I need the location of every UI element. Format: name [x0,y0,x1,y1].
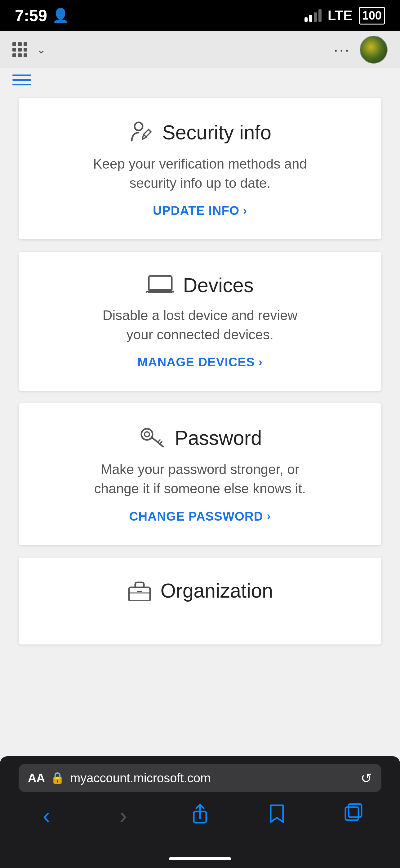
svg-point-0 [135,122,143,130]
chevron-right-icon: › [259,356,263,369]
browser-chrome-top: ⌄ ··· [0,31,400,68]
organization-card: Organization [19,558,381,645]
change-password-link[interactable]: CHANGE PASSWORD › [129,509,271,523]
signal-strength [304,9,322,22]
devices-card: Devices Disable a lost device and review… [19,252,381,391]
password-icon [138,425,166,451]
security-info-title: Security info [162,121,271,144]
card-header-devices: Devices [146,274,254,297]
organization-title: Organization [161,579,273,602]
browser-nav-bar: ‹ › [0,800,400,849]
password-title: Password [175,427,262,450]
main-content: Security info Keep your verification met… [0,92,400,756]
svg-line-8 [159,442,162,444]
svg-rect-1 [149,276,172,291]
hamburger-bar [0,68,400,92]
svg-line-7 [158,440,160,442]
svg-rect-15 [348,804,362,817]
chevron-down-icon: ⌄ [37,43,46,56]
devices-icon [146,274,174,297]
more-options-button[interactable]: ··· [334,41,351,59]
user-avatar[interactable] [360,36,388,64]
card-header-security: Security info [129,120,271,146]
address-bar[interactable]: AA 🔒 myaccount.microsoft.com ↺ [19,764,381,792]
security-info-description: Keep your verification methods and secur… [92,154,308,192]
svg-point-4 [141,429,153,440]
hamburger-menu-button[interactable] [12,74,31,85]
org-icon [127,579,152,602]
password-description: Make your password stronger, or change i… [92,460,308,498]
devices-description: Disable a lost device and review your co… [92,306,308,344]
battery-indicator: 100 [359,7,385,25]
user-icon: 👤 [52,7,69,24]
browser-address-bar-container: AA 🔒 myaccount.microsoft.com ↺ [0,756,400,800]
chevron-right-icon: › [267,510,271,523]
url-display[interactable]: myaccount.microsoft.com [70,771,355,785]
tabs-button[interactable] [338,803,369,822]
svg-rect-9 [129,587,150,601]
update-info-link[interactable]: UPDATE INFO › [153,204,247,218]
card-header-org: Organization [127,579,273,602]
security-info-card: Security info Keep your verification met… [19,98,381,239]
reload-button[interactable]: ↺ [361,770,372,786]
svg-point-5 [144,432,149,437]
card-header-password: Password [138,425,262,451]
back-button[interactable]: ‹ [31,803,62,828]
manage-devices-link[interactable]: MANAGE DEVICES › [137,355,263,369]
forward-button[interactable]: › [108,803,139,828]
home-pill [169,857,231,860]
lte-indicator: LTE [328,8,353,23]
text-size-button[interactable]: AA [28,771,45,785]
svg-rect-14 [345,807,359,820]
password-card: Password Make your password stronger, or… [19,403,381,545]
tab-dropdown-button[interactable]: ⌄ [37,43,46,56]
share-button[interactable] [185,803,215,825]
bookmarks-button[interactable] [261,803,292,825]
time-display: 7:59 [15,6,47,25]
security-icon [129,120,154,146]
lock-icon: 🔒 [51,771,65,784]
chevron-right-icon: › [243,204,247,217]
devices-title: Devices [183,274,254,297]
home-indicator [0,849,400,868]
apps-grid-icon[interactable] [12,42,27,57]
status-bar: 7:59 👤 LTE 100 [0,0,400,31]
